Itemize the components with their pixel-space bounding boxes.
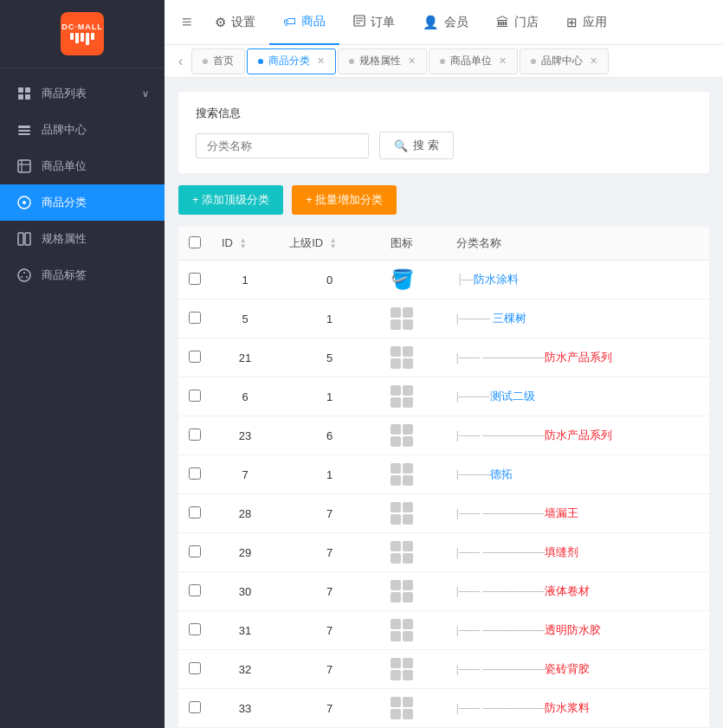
category-name-label[interactable]: 墙漏王 (545, 506, 578, 519)
search-button[interactable]: 🔍 搜 索 (379, 132, 454, 159)
row-category-name[interactable]: |———测试二级 (446, 377, 709, 416)
row-category-name[interactable]: |—— ——————瓷砖背胶 (446, 650, 709, 689)
row-category-name[interactable]: |—— ——————液体卷材 (446, 572, 709, 611)
row-category-name[interactable]: |—— ——————防水产品系列 (446, 338, 709, 377)
tab-close-icon[interactable]: ✕ (499, 55, 507, 67)
top-nav: ≡ ⚙ 设置 🏷 商品 订单 👤 会员 🏛 门店 ⊞ 应用 (165, 0, 723, 45)
tab-home[interactable]: 首页 (191, 48, 245, 74)
tab-close-icon[interactable]: ✕ (317, 55, 325, 67)
sidebar-item-goods-category[interactable]: 商品分类 (0, 184, 165, 221)
action-row: + 添加顶级分类 + 批量增加分类 (178, 185, 709, 215)
row-category-name[interactable]: |——— 三棵树 (446, 300, 709, 338)
row-checkbox[interactable] (189, 506, 201, 519)
row-checkbox-cell (178, 261, 211, 300)
row-checkbox[interactable] (189, 701, 201, 713)
nav-item-apps[interactable]: ⊞ 应用 (552, 0, 621, 45)
nav-item-orders[interactable]: 订单 (339, 0, 409, 45)
search-button-label: 搜 索 (413, 138, 439, 153)
category-name-label[interactable]: 防水产品系列 (545, 428, 612, 441)
sidebar-item-goods-unit[interactable]: 商品单位 (0, 148, 165, 184)
id-sort-icons[interactable]: ▲ ▼ (240, 237, 247, 250)
row-checkbox[interactable] (189, 351, 201, 363)
nav-item-label: 门店 (514, 15, 539, 30)
row-checkbox[interactable] (189, 428, 201, 441)
row-checkbox-cell (178, 377, 211, 416)
batch-add-category-button[interactable]: + 批量增加分类 (292, 185, 397, 215)
sidebar-item-goods-tag[interactable]: 商品标签 (0, 257, 165, 293)
category-name-label[interactable]: 瓷砖背胶 (545, 662, 590, 675)
nav-menu-icon[interactable]: ≡ (182, 12, 192, 32)
tab-unit[interactable]: 商品单位 ✕ (429, 48, 518, 74)
row-category-name[interactable]: |—— ——————防水产品系列 (446, 416, 709, 455)
sidebar-item-label: 商品标签 (42, 267, 87, 283)
row-category-name[interactable]: |—— ——————填缝剂 (446, 533, 709, 572)
grid-icon (391, 502, 413, 525)
tab-dot (440, 59, 445, 64)
category-name-label[interactable]: 防水涂料 (474, 273, 519, 286)
sidebar-menu: 商品列表 ∨ 品牌中心 商品单位 商品分类 (0, 68, 165, 728)
batch-add-label: + 批量增加分类 (306, 192, 383, 208)
nav-item-goods[interactable]: 🏷 商品 (269, 0, 339, 45)
category-name-label[interactable]: 液体卷材 (545, 584, 590, 597)
category-prefix: |—— —————— (456, 585, 545, 597)
th-id: ID ▲ ▼ (211, 227, 279, 261)
add-top-category-button[interactable]: + 添加顶级分类 (178, 185, 283, 215)
tab-brand[interactable]: 品牌中心 ✕ (520, 48, 609, 74)
search-input[interactable] (196, 133, 369, 158)
table-row: 51 |——— 三棵树 (178, 300, 709, 338)
row-category-name[interactable]: |———德拓 (446, 455, 709, 494)
tab-category[interactable]: 商品分类 ✕ (247, 48, 336, 74)
svg-point-11 (23, 201, 26, 204)
category-prefix: |—— —————— (456, 702, 545, 714)
row-category-name[interactable]: ├—防水涂料 (446, 261, 709, 300)
category-name-label[interactable]: 防水产品系列 (545, 351, 612, 364)
tab-bar: ‹ 首页 商品分类 ✕ 规格属性 ✕ 商品单位 ✕ 品牌中心 ✕ (165, 45, 723, 78)
nav-item-label: 会员 (444, 15, 468, 30)
category-name-label[interactable]: 填缝剂 (545, 545, 578, 558)
th-icon-label: 图标 (391, 236, 413, 249)
row-parent-id: 0 (279, 261, 380, 300)
logo-text: DC·MALL (61, 23, 103, 31)
row-checkbox[interactable] (189, 584, 201, 596)
svg-rect-0 (18, 87, 23, 93)
row-id: 23 (211, 416, 279, 455)
row-checkbox-cell (178, 533, 211, 572)
category-table-wrap: ID ▲ ▼ 上级ID ▲ ▼ (178, 227, 709, 728)
row-checkbox[interactable] (189, 662, 201, 674)
tab-label: 商品单位 (450, 54, 492, 68)
sidebar-item-brand-center[interactable]: 品牌中心 (0, 112, 165, 148)
orders-nav-icon (353, 15, 365, 29)
row-checkbox[interactable] (189, 545, 201, 557)
row-category-name[interactable]: |—— ——————透明防水胶 (446, 611, 709, 650)
goods-list-arrow-icon: ∨ (142, 88, 149, 100)
row-parent-id: 7 (279, 611, 380, 650)
nav-item-stores[interactable]: 🏛 门店 (482, 0, 552, 45)
select-all-checkbox[interactable] (189, 236, 201, 248)
row-checkbox[interactable] (189, 312, 201, 324)
sidebar-item-goods-list[interactable]: 商品列表 ∨ (0, 75, 165, 112)
svg-rect-6 (18, 133, 30, 135)
nav-item-members[interactable]: 👤 会员 (409, 0, 482, 45)
category-name-label[interactable]: 三棵树 (493, 312, 526, 325)
tab-close-icon[interactable]: ✕ (408, 55, 416, 67)
category-name-label[interactable]: 测试二级 (490, 390, 535, 403)
row-category-name[interactable]: |—— ——————墙漏王 (446, 494, 709, 533)
row-id: 7 (211, 455, 279, 494)
category-name-label[interactable]: 防水浆料 (545, 701, 590, 714)
category-name-label[interactable]: 透明防水胶 (545, 623, 601, 636)
table-row: 297 |—— ——————填缝剂 (178, 533, 709, 572)
row-checkbox[interactable] (189, 390, 201, 402)
row-category-name[interactable]: |—— ——————防水浆料 (446, 689, 709, 728)
row-icon (380, 494, 446, 533)
category-name-label[interactable]: 德拓 (490, 467, 513, 480)
sidebar-item-spec-attribute[interactable]: 规格属性 (0, 221, 165, 257)
row-checkbox[interactable] (189, 623, 201, 635)
row-checkbox[interactable] (189, 273, 201, 285)
tab-spec[interactable]: 规格属性 ✕ (338, 48, 427, 74)
row-checkbox[interactable] (189, 467, 201, 480)
nav-item-settings[interactable]: ⚙ 设置 (201, 0, 269, 45)
tab-scroll-left[interactable]: ‹ (171, 54, 190, 69)
tab-close-icon[interactable]: ✕ (590, 55, 597, 67)
parent-id-sort-icons[interactable]: ▲ ▼ (330, 237, 337, 250)
spec-attribute-icon (16, 232, 33, 246)
